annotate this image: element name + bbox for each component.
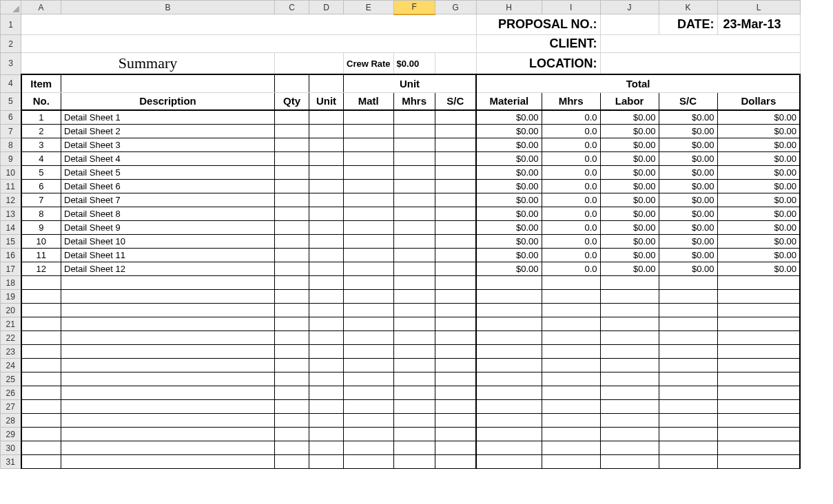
cell[interactable] xyxy=(542,290,600,304)
cell-dollars[interactable]: $0.00 xyxy=(717,180,800,193)
cell[interactable] xyxy=(542,428,600,441)
row-header-31[interactable]: 31 xyxy=(1,455,21,469)
cell[interactable] xyxy=(275,386,309,400)
cell[interactable] xyxy=(61,372,275,386)
cell-matl[interactable] xyxy=(344,221,394,235)
cell-matl[interactable] xyxy=(344,110,394,125)
cell[interactable] xyxy=(717,290,800,304)
cell-unit[interactable] xyxy=(309,110,344,125)
cell-unit[interactable] xyxy=(309,125,344,138)
cell[interactable] xyxy=(542,372,600,386)
cell[interactable] xyxy=(542,276,600,290)
cell-unit[interactable] xyxy=(309,138,344,152)
cell[interactable] xyxy=(600,53,800,75)
cell[interactable] xyxy=(61,441,275,455)
cell[interactable] xyxy=(21,345,61,359)
cell[interactable] xyxy=(393,386,435,400)
cell-total-sc[interactable]: $0.00 xyxy=(659,262,717,276)
cell[interactable] xyxy=(21,276,61,290)
cell-material[interactable]: $0.00 xyxy=(476,166,542,180)
cell[interactable] xyxy=(21,455,61,469)
location-label[interactable]: LOCATION: xyxy=(476,53,600,75)
cell[interactable] xyxy=(309,276,344,290)
cell[interactable] xyxy=(61,345,275,359)
cell[interactable] xyxy=(659,317,717,331)
cell[interactable] xyxy=(21,400,61,414)
cell-item-no[interactable]: 1 xyxy=(21,110,61,125)
cell[interactable] xyxy=(600,441,659,455)
cell-total-sc[interactable]: $0.00 xyxy=(659,138,717,152)
cell[interactable] xyxy=(393,441,435,455)
cell[interactable] xyxy=(600,317,659,331)
cell-unit[interactable] xyxy=(309,180,344,193)
cell[interactable] xyxy=(659,276,717,290)
cell-dollars[interactable]: $0.00 xyxy=(717,193,800,207)
row-header-10[interactable]: 10 xyxy=(1,166,21,180)
cell[interactable] xyxy=(600,386,659,400)
col-header-A[interactable]: A xyxy=(21,1,61,14)
cell-unit[interactable] xyxy=(309,235,344,249)
cell[interactable] xyxy=(21,372,61,386)
row-header-11[interactable]: 11 xyxy=(1,180,21,193)
cell-matl[interactable] xyxy=(344,152,394,166)
cell-qty[interactable] xyxy=(275,262,309,276)
cell[interactable] xyxy=(476,317,542,331)
col-header-D[interactable]: D xyxy=(309,1,344,14)
cell-total-sc[interactable]: $0.00 xyxy=(659,166,717,180)
cell[interactable] xyxy=(435,359,476,372)
col-header-B[interactable]: B xyxy=(61,1,275,14)
row-header-24[interactable]: 24 xyxy=(1,359,21,372)
cell[interactable] xyxy=(659,345,717,359)
cell[interactable] xyxy=(717,414,800,428)
cell-qty[interactable] xyxy=(275,138,309,152)
cell-unit[interactable] xyxy=(309,166,344,180)
row-header-7[interactable]: 7 xyxy=(1,125,21,138)
cell-labor[interactable]: $0.00 xyxy=(600,207,659,221)
cell-item-no[interactable]: 10 xyxy=(21,235,61,249)
cell[interactable] xyxy=(717,359,800,372)
cell[interactable] xyxy=(61,290,275,304)
cell-total-mhrs[interactable]: 0.0 xyxy=(542,207,600,221)
cell-mhrs[interactable] xyxy=(393,152,435,166)
cell-matl[interactable] xyxy=(344,125,394,138)
cell[interactable] xyxy=(542,331,600,345)
cell-sc[interactable] xyxy=(435,180,476,193)
cell[interactable] xyxy=(659,455,717,469)
cell-qty[interactable] xyxy=(275,152,309,166)
cell[interactable] xyxy=(393,304,435,317)
row-header-2[interactable]: 2 xyxy=(1,35,21,53)
cell-description[interactable]: Detail Sheet 5 xyxy=(61,166,275,180)
cell-matl[interactable] xyxy=(344,138,394,152)
cell[interactable] xyxy=(659,359,717,372)
cell-material[interactable]: $0.00 xyxy=(476,125,542,138)
cell[interactable] xyxy=(344,304,394,317)
cell-qty[interactable] xyxy=(275,166,309,180)
cell-labor[interactable]: $0.00 xyxy=(600,138,659,152)
row-header-5[interactable]: 5 xyxy=(1,92,21,110)
cell-total-mhrs[interactable]: 0.0 xyxy=(542,152,600,166)
cell[interactable] xyxy=(393,414,435,428)
cell[interactable] xyxy=(275,414,309,428)
cell[interactable] xyxy=(435,400,476,414)
cell[interactable] xyxy=(476,386,542,400)
cell[interactable] xyxy=(309,74,344,92)
cell-item-no[interactable]: 12 xyxy=(21,262,61,276)
cell[interactable] xyxy=(600,455,659,469)
cell[interactable] xyxy=(476,441,542,455)
cell[interactable] xyxy=(275,441,309,455)
cell[interactable] xyxy=(21,14,477,35)
cell-mhrs[interactable] xyxy=(393,138,435,152)
cell[interactable] xyxy=(344,414,394,428)
cell[interactable] xyxy=(659,372,717,386)
row-header-22[interactable]: 22 xyxy=(1,331,21,345)
hdr-material[interactable]: Material xyxy=(476,92,542,110)
cell[interactable] xyxy=(275,53,344,75)
row-header-4[interactable]: 4 xyxy=(1,74,21,92)
cell[interactable] xyxy=(717,304,800,317)
cell[interactable] xyxy=(717,331,800,345)
cell[interactable] xyxy=(309,331,344,345)
cell-material[interactable]: $0.00 xyxy=(476,207,542,221)
client-label[interactable]: CLIENT: xyxy=(476,35,600,53)
cell-unit[interactable] xyxy=(309,262,344,276)
cell-description[interactable]: Detail Sheet 11 xyxy=(61,249,275,262)
